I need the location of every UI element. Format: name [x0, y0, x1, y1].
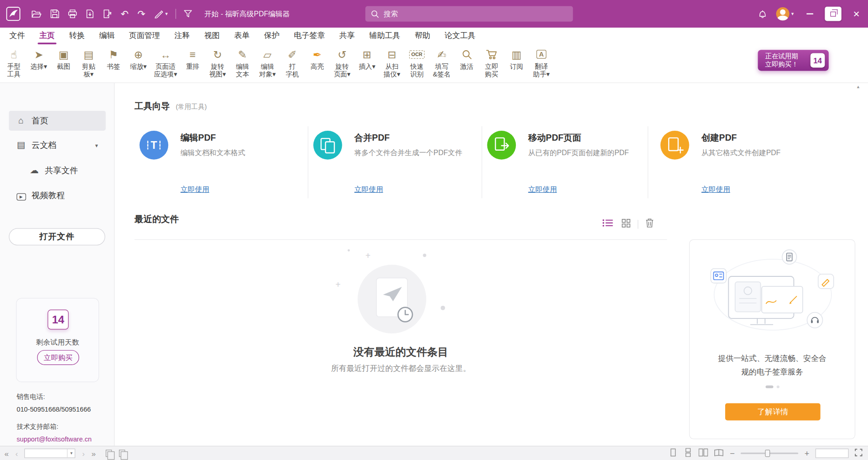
grid-view-button[interactable] [622, 218, 631, 229]
menu-item-protect[interactable]: 保护 [257, 28, 287, 44]
zoom-level-input[interactable] [816, 449, 849, 458]
menu-item-esign[interactable]: 电子签章 [287, 28, 332, 44]
dot-decoration [348, 249, 350, 251]
menu-item-view[interactable]: 视图 [197, 28, 227, 44]
ocr-button[interactable]: OCR快速 识别 [407, 47, 426, 78]
menu-item-form[interactable]: 表单 [227, 28, 257, 44]
titlebar: ↶ ↷ ▾ 开始 - 福昕高级PDF编辑器 搜索 ▾ × [0, 0, 868, 28]
highlight-button[interactable]: ✒高亮 [308, 47, 327, 71]
from-scanner-button[interactable]: ⊟从扫 描仪▾ [382, 47, 401, 78]
continuous-view-button[interactable] [684, 448, 693, 459]
window-title: 开始 - 福昕高级PDF编辑器 [204, 9, 290, 19]
menu-item-accessibility[interactable]: 辅助工具 [362, 28, 407, 44]
zoom-slider-thumb[interactable] [765, 450, 770, 457]
save-button[interactable] [46, 0, 64, 28]
sales-phone-label: 销售电话: [17, 392, 92, 402]
activate-magnifier-icon [462, 47, 472, 61]
menu-item-convert[interactable]: 转换 [62, 28, 92, 44]
print-button[interactable] [64, 0, 81, 28]
sidebar-item-home[interactable]: ⌂ 首页 [9, 111, 106, 131]
recent-files-toolbar [602, 218, 654, 230]
edit-text-button[interactable]: ✎编辑 文本 [233, 47, 252, 78]
chevron-down-icon[interactable]: ▾ [67, 449, 75, 457]
export-pdf-button[interactable] [81, 0, 99, 28]
list-view-button[interactable] [602, 219, 613, 229]
menu-item-comment[interactable]: 注释 [167, 28, 197, 44]
rotate-view-button[interactable]: ↻旋转 视图▾ [208, 47, 227, 78]
snapshot-button[interactable]: ▣截图 [54, 47, 73, 71]
insert-pages-button[interactable]: ⊞插入▾ [358, 47, 377, 71]
clipboard-button[interactable]: ▤剪贴 板▾ [79, 47, 98, 78]
tool-card-desc: 编辑文档和文本格式 [180, 148, 294, 157]
use-now-link[interactable]: 立即使用 [528, 185, 557, 194]
subscribe-button[interactable]: ▥订阅 [507, 47, 526, 71]
single-page-view-button[interactable] [669, 448, 678, 459]
page-number-input[interactable]: ▾ [24, 449, 75, 458]
last-page-button[interactable]: » [91, 449, 96, 458]
learn-more-button[interactable]: 了解详情 [725, 403, 821, 420]
sidebar-item-shared-files[interactable]: ☁ 共享文件 [9, 161, 106, 180]
user-account-button[interactable]: ▾ [772, 0, 798, 28]
sidebar-item-cloud-docs[interactable]: ▤ 云文档 ▾ [9, 135, 106, 155]
fit-options-button[interactable]: ↔页面适 应选项▾ [154, 47, 177, 78]
menu-item-home[interactable]: 主页 [32, 28, 62, 44]
restore-button[interactable] [821, 0, 844, 28]
hand-tool-button[interactable]: ☝手型 工具 [5, 47, 24, 78]
zoom-out-button[interactable]: − [730, 449, 735, 457]
facing-view-button[interactable] [699, 448, 708, 459]
menu-item-file[interactable]: 文件 [2, 28, 32, 44]
menu-item-thesis-tools[interactable]: 论文工具 [437, 28, 482, 44]
bookmark-button[interactable]: ⚑书签 [104, 47, 123, 71]
tool-card-desc: 从已有的PDF页面创建新的PDF [528, 148, 642, 157]
rotate-pages-button[interactable]: ↺旋转 页面▾ [333, 47, 352, 78]
menu-item-edit[interactable]: 编辑 [92, 28, 122, 44]
book-view-button[interactable] [714, 448, 724, 459]
notifications-button[interactable] [754, 0, 772, 28]
use-now-link[interactable]: 立即使用 [701, 185, 730, 194]
fill-sign-button[interactable]: ✍填写 &签名 [432, 47, 451, 78]
edit-pdf-icon: T [140, 131, 169, 160]
use-now-link[interactable]: 立即使用 [354, 185, 383, 194]
menu-item-page-organize[interactable]: 页面管理 [122, 28, 167, 44]
delete-recent-button[interactable] [646, 218, 654, 230]
prev-page-button[interactable]: ‹ [15, 449, 18, 458]
use-now-link[interactable]: 立即使用 [180, 185, 209, 194]
open-file-main-button[interactable]: 打开文件 [9, 228, 105, 245]
trial-days-caption: 剩余试用天数 [17, 337, 99, 347]
typewriter-button[interactable]: ✐打 字机 [283, 47, 302, 78]
minimize-button[interactable] [798, 0, 821, 28]
zoom-tool-button[interactable]: ⊕缩放▾ [129, 47, 148, 71]
next-view-button[interactable] [119, 450, 125, 457]
menu-item-help[interactable]: 帮助 [407, 28, 437, 44]
menu-item-share[interactable]: 共享 [332, 28, 362, 44]
quick-sign-button[interactable]: ▾ [150, 0, 172, 28]
close-button[interactable]: × [845, 0, 868, 28]
fullscreen-button[interactable] [855, 448, 863, 458]
previous-view-button[interactable] [106, 450, 112, 457]
tool-cards: T 编辑PDF 编辑文档和文本格式 立即使用 合并PDF 将多个文件合并生成一个… [135, 126, 854, 198]
reflow-button[interactable]: ≡重排 [183, 47, 202, 71]
search-input[interactable]: 搜索 [365, 6, 573, 21]
funnel-filter-button[interactable] [179, 0, 197, 28]
carousel-dot-active[interactable] [765, 385, 773, 388]
scroll-up-icon[interactable]: ▴ [857, 84, 860, 89]
first-page-button[interactable]: « [5, 449, 9, 458]
trial-period-banner[interactable]: 正在试用期 立即购买！ 14 [758, 50, 829, 71]
redo-button[interactable]: ↷ [133, 0, 150, 28]
edit-object-button[interactable]: ▱编辑 对象▾ [258, 47, 277, 78]
activate-button[interactable]: 激活 [457, 47, 476, 71]
undo-button[interactable]: ↶ [116, 0, 133, 28]
next-page-button[interactable]: › [82, 449, 85, 458]
zoom-slider[interactable] [741, 452, 798, 454]
support-email-value[interactable]: support@foxitsoftware.cn [17, 435, 92, 443]
sidebar-item-video-tutorials[interactable]: ▶ 视频教程 [9, 185, 106, 205]
buy-now-pill-button[interactable]: 立即购买 [37, 350, 79, 365]
clipboard-icon: ▤ [84, 47, 94, 61]
open-file-button[interactable] [27, 0, 46, 28]
share-document-button[interactable] [99, 0, 116, 28]
carousel-dot[interactable] [776, 385, 779, 388]
select-tool-button[interactable]: ➤选择▾ [29, 47, 48, 71]
translate-assistant-button[interactable]: A翻译 助手▾ [532, 47, 551, 78]
buy-now-button[interactable]: 立即 购买 [482, 47, 501, 78]
zoom-in-button[interactable]: + [804, 449, 809, 457]
